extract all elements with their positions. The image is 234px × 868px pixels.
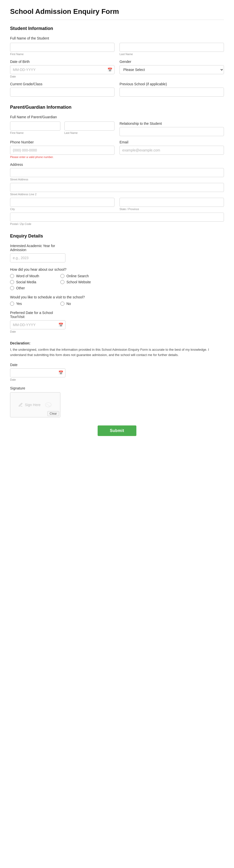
decl-date-label: Date (10, 363, 65, 367)
decl-date-input[interactable]: 10-18-2024 (10, 368, 65, 377)
gender-select[interactable]: Please Select Male Female Other Prefer n… (119, 65, 224, 74)
guardian-last-sub: Last Name (64, 131, 115, 134)
first-name-sub: First Name (10, 53, 115, 56)
submit-button[interactable]: Submit (98, 426, 136, 436)
dob-sub: Date (10, 75, 115, 78)
full-name-label: Full Name of the Student (10, 36, 224, 40)
guardian-section: Parent/Guardian Information Full Name of… (10, 105, 224, 225)
prev-school-label: Previous School (if applicable) (119, 82, 224, 86)
postal-sub: Postal / Zip Code (10, 222, 224, 225)
student-first-name-input[interactable] (10, 43, 115, 52)
radio-visit-no[interactable]: No (60, 302, 100, 306)
radio-other-input[interactable] (10, 286, 14, 290)
tour-date-sub: Date (10, 330, 65, 333)
gender-label: Gender (119, 60, 224, 64)
first-name-group: First Name (10, 43, 115, 56)
dob-label: Date of Birth (10, 60, 115, 64)
dob-group: Date of Birth 📅 Date (10, 60, 115, 78)
guardian-first-sub: First Name (10, 131, 60, 134)
prev-school-group: Previous School (if applicable) (119, 82, 224, 97)
relationship-input[interactable] (119, 127, 224, 136)
academic-year-label: Interested Academic Year for Admission (10, 244, 65, 252)
radio-school-website[interactable]: School Website (60, 280, 100, 284)
state-input[interactable] (119, 198, 224, 207)
radio-online-search-label: Online Search (66, 274, 89, 278)
radio-word-of-mouth[interactable]: Word of Mouth (10, 274, 50, 278)
radio-visit-no-label: No (66, 302, 71, 306)
street1-sub: Street Address (10, 178, 224, 181)
grade-group: Current Grade/Class (10, 82, 115, 97)
tour-date-label: Preferred Date for a School Tour/Visit (10, 311, 65, 319)
radio-other-label: Other (16, 286, 25, 290)
phone-input[interactable] (10, 146, 115, 155)
student-section: Student Information Full Name of the Stu… (10, 26, 224, 97)
declaration-title: Declaration: (10, 341, 224, 345)
student-last-name-input[interactable] (119, 43, 224, 52)
guardian-last-group: Last Name (64, 122, 115, 134)
relationship-label: Relationship to the Student (119, 122, 224, 126)
street2-input[interactable] (10, 183, 224, 192)
guardian-first-group: First Name (10, 122, 60, 134)
tour-date-input[interactable] (10, 320, 65, 329)
last-name-group: Last Name (119, 43, 224, 56)
radio-online-search-input[interactable] (60, 274, 64, 278)
radio-online-search[interactable]: Online Search (60, 274, 100, 278)
city-group: City (10, 198, 115, 211)
guardian-section-title: Parent/Guardian Information (10, 105, 224, 110)
svg-point-0 (45, 403, 51, 407)
postal-input[interactable] (10, 213, 224, 222)
radio-social-media[interactable]: Social Media (10, 280, 50, 284)
radio-social-media-input[interactable] (10, 280, 14, 284)
clear-signature-button[interactable]: Clear (47, 411, 59, 416)
radio-visit-yes-input[interactable] (10, 302, 14, 306)
email-label: Email (119, 140, 224, 144)
how-heard-label: How did you hear about our school? (10, 268, 224, 272)
state-group: State / Province (119, 198, 224, 211)
visit-label: Would you like to schedule a visit to th… (10, 295, 224, 299)
radio-other[interactable]: Other (10, 286, 50, 290)
signature-box[interactable]: Sign Here Clear (10, 392, 60, 417)
city-sub: City (10, 208, 115, 211)
dob-input[interactable] (10, 65, 115, 74)
gender-group: Gender Please Select Male Female Other P… (119, 60, 224, 78)
radio-visit-yes-label: Yes (16, 302, 22, 306)
student-section-title: Student Information (10, 26, 224, 31)
street1-input[interactable] (10, 168, 224, 177)
radio-school-website-input[interactable] (60, 280, 64, 284)
enquiry-section: Enquiry Details Interested Academic Year… (10, 234, 224, 333)
prev-school-input[interactable] (119, 88, 224, 97)
enquiry-section-title: Enquiry Details (10, 234, 224, 239)
radio-social-media-label: Social Media (16, 280, 36, 284)
signature-watermark-icon (45, 401, 52, 409)
state-sub: State / Province (119, 208, 224, 211)
radio-visit-yes[interactable]: Yes (10, 302, 50, 306)
phone-group: Phone Number Please enter a valid phone … (10, 140, 115, 158)
phone-label: Phone Number (10, 140, 115, 144)
radio-word-of-mouth-label: Word of Mouth (16, 274, 39, 278)
relationship-group: Relationship to the Student (119, 122, 224, 136)
grade-label: Current Grade/Class (10, 82, 115, 86)
address-label: Address (10, 162, 224, 166)
guardian-first-name-input[interactable] (10, 122, 60, 131)
phone-hint: Please enter a valid phone number. (10, 155, 115, 158)
guardian-last-name-input[interactable] (64, 122, 115, 131)
radio-school-website-label: School Website (66, 280, 91, 284)
grade-input[interactable] (10, 88, 115, 97)
signature-label: Signature (10, 386, 224, 390)
sign-here-text: Sign Here (25, 403, 40, 407)
street2-sub: Street Address Line 2 (10, 193, 224, 196)
email-input[interactable] (119, 146, 224, 155)
submit-row: Submit (10, 426, 224, 436)
page-title: School Admission Enquiry Form (10, 7, 224, 20)
radio-visit-no-input[interactable] (60, 302, 64, 306)
last-name-sub: Last Name (119, 53, 224, 56)
declaration-text: I, the undersigned, confirm that the inf… (10, 347, 224, 358)
academic-year-input[interactable] (10, 253, 65, 262)
declaration-section: Declaration: I, the undersigned, confirm… (10, 341, 224, 417)
decl-date-sub: Date (10, 378, 65, 381)
pen-icon (18, 403, 23, 407)
guardian-name-label: Full Name of Parent/Guardian (10, 115, 224, 119)
city-input[interactable] (10, 198, 115, 207)
radio-word-of-mouth-input[interactable] (10, 274, 14, 278)
email-group: Email (119, 140, 224, 158)
